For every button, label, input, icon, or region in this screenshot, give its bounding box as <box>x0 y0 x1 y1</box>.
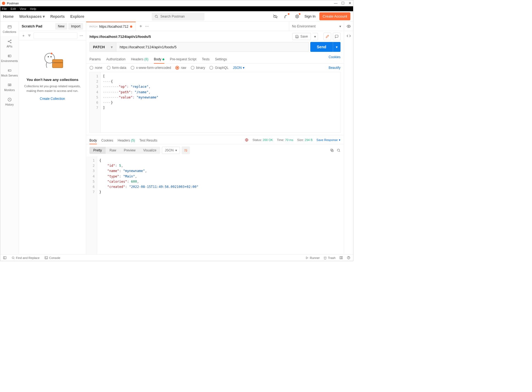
wrap-lines-icon[interactable] <box>182 146 190 154</box>
body-binary-radio[interactable]: binary <box>191 66 205 70</box>
request-tab[interactable]: PATCH https://localhost:712 <box>86 22 136 31</box>
collection-search[interactable] <box>33 32 77 39</box>
tab-options-icon[interactable]: ⋯ <box>145 24 149 28</box>
cookies-link[interactable]: Cookies <box>329 55 340 63</box>
gutter: 1234567 <box>90 72 101 132</box>
rail-collections[interactable]: Collections <box>0 22 19 36</box>
close-button[interactable]: ✕ <box>348 1 351 5</box>
svg-point-7 <box>10 40 11 41</box>
rail-apis[interactable]: APIs <box>0 36 19 51</box>
copy-icon[interactable] <box>330 148 334 152</box>
method-selector[interactable]: PATCH ▾ <box>89 42 116 52</box>
import-button[interactable]: Import <box>68 23 83 30</box>
save-button[interactable]: Save <box>292 33 311 40</box>
beautify-link[interactable]: Beautify <box>329 66 340 70</box>
maximize-button[interactable]: ☐ <box>341 1 345 5</box>
menu-view[interactable]: View <box>20 7 26 10</box>
tab-settings[interactable]: Settings <box>215 55 227 63</box>
signin-link[interactable]: Sign In <box>305 14 316 18</box>
two-pane-icon[interactable] <box>339 256 343 260</box>
network-icon[interactable] <box>245 138 249 142</box>
response-cookies-tab[interactable]: Cookies <box>101 137 113 144</box>
empty-illustration <box>37 49 67 73</box>
body-formdata-radio[interactable]: form-data <box>107 66 126 70</box>
menu-help[interactable]: Help <box>30 7 36 10</box>
svg-point-20 <box>50 56 52 57</box>
response-body-editor[interactable]: 1234567 { "id": 5, "name": "mynewname", … <box>86 156 344 254</box>
svg-point-28 <box>337 149 339 151</box>
nav-explore[interactable]: Explore <box>70 14 84 19</box>
svg-rect-34 <box>45 256 48 259</box>
search-response-icon[interactable] <box>337 148 340 152</box>
view-visualize[interactable]: Visualize <box>139 147 160 154</box>
sidebar-toggle-icon[interactable] <box>3 256 7 260</box>
console-button[interactable]: Console <box>44 256 60 260</box>
new-tab-button[interactable]: ＋ <box>139 23 143 29</box>
chevron-down-icon: ▾ <box>243 66 244 70</box>
help-icon[interactable] <box>347 256 350 260</box>
tabstrip: PATCH https://localhost:712 ＋ ⋯ No Envir… <box>86 22 353 31</box>
body-indicator-icon <box>162 58 164 60</box>
tab-headers[interactable]: Headers (8) <box>131 55 148 63</box>
save-response-button[interactable]: Save Response▾ <box>316 138 340 142</box>
settings-icon[interactable] <box>294 13 301 20</box>
tab-authorization[interactable]: Authorization <box>106 55 125 63</box>
svg-line-33 <box>14 258 15 259</box>
edit-icon[interactable] <box>323 33 331 40</box>
rail-mock-servers[interactable]: Mock Servers <box>0 65 19 80</box>
rail-environments[interactable]: Environments <box>0 51 19 65</box>
nav-workspaces[interactable]: Workspaces▾ <box>19 14 45 19</box>
nav-home[interactable]: Home <box>3 14 14 19</box>
empty-title: You don't have any collections <box>26 78 78 82</box>
cloud-off-icon[interactable] <box>272 13 279 20</box>
body-raw-radio[interactable]: raw <box>175 66 186 70</box>
rail-monitors[interactable]: Monitors <box>0 80 19 94</box>
tab-tests[interactable]: Tests <box>202 55 210 63</box>
environment-selector[interactable]: No Environment ▾ <box>289 22 344 31</box>
send-dropdown[interactable]: ▾ <box>333 42 340 52</box>
response-headers-tab[interactable]: Headers (5) <box>118 137 135 144</box>
add-icon[interactable]: ＋ <box>22 33 25 38</box>
create-account-button[interactable]: Create Account <box>319 12 350 20</box>
body-none-radio[interactable]: none <box>89 66 102 70</box>
rail-history[interactable]: History <box>0 94 19 109</box>
save-dropdown[interactable]: ▾ <box>313 33 318 40</box>
body-graphql-radio[interactable]: GraphQL <box>209 66 228 70</box>
view-raw[interactable]: Raw <box>106 147 120 154</box>
trash-button[interactable]: Trash <box>323 256 336 260</box>
url-input[interactable]: https://localhost:7124/api/v1/foods/5 <box>116 42 309 52</box>
tab-body[interactable]: Body <box>154 55 164 63</box>
create-collection-link[interactable]: Create Collection <box>40 97 65 101</box>
filter-icon[interactable] <box>27 34 31 38</box>
comment-icon[interactable] <box>333 33 340 40</box>
search-input[interactable]: Search Postman <box>152 12 204 21</box>
new-button[interactable]: New <box>55 23 67 30</box>
more-icon[interactable]: ⋯ <box>80 33 83 38</box>
svg-point-6 <box>8 41 9 42</box>
code-icon[interactable] <box>347 34 351 38</box>
body-format-selector[interactable]: JSON▾ <box>233 66 244 70</box>
response-view-group: Pretty Raw Preview Visualize <box>89 147 160 154</box>
view-preview[interactable]: Preview <box>120 147 139 154</box>
find-replace-button[interactable]: Find and Replace <box>12 256 40 260</box>
satellite-icon[interactable] <box>283 13 290 20</box>
response-tests-tab[interactable]: Test Results <box>139 137 157 144</box>
nav-reports[interactable]: Reports <box>50 14 65 19</box>
environment-quicklook-icon[interactable] <box>344 22 353 31</box>
send-button[interactable]: Send <box>310 42 333 52</box>
request-body-editor[interactable]: 1234567 [····{········"op": "replace",··… <box>89 72 340 133</box>
response-body-tab[interactable]: Body <box>89 137 97 144</box>
runner-button[interactable]: Runner <box>305 256 320 260</box>
minimize-button[interactable]: — <box>334 1 337 5</box>
app-icon <box>2 2 5 5</box>
body-urlencoded-radio[interactable]: x-www-form-urlencoded <box>131 66 171 70</box>
menu-file[interactable]: File <box>2 7 7 10</box>
view-pretty[interactable]: Pretty <box>89 147 106 154</box>
tab-params[interactable]: Params <box>89 55 101 63</box>
menu-edit[interactable]: Edit <box>11 7 16 10</box>
window-titlebar: Postman — ☐ ✕ <box>0 0 353 6</box>
tab-prerequest[interactable]: Pre-request Script <box>170 55 196 63</box>
response-format-selector[interactable]: JSON▾ <box>162 147 180 154</box>
svg-line-1 <box>157 17 157 18</box>
svg-marker-36 <box>306 257 308 259</box>
